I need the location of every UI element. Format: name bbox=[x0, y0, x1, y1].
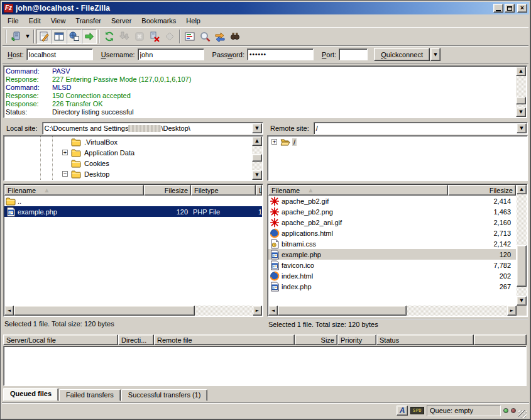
toggle-local-tree-button[interactable] bbox=[52, 29, 67, 44]
transfer-queue-body[interactable] bbox=[3, 346, 527, 386]
tab-failed-transfers[interactable]: Failed transfers bbox=[59, 389, 121, 401]
column-header-filesize[interactable]: Filesize bbox=[448, 185, 516, 196]
log-vertical-scrollbar[interactable]: ▲▼ bbox=[516, 67, 526, 117]
remote-list-vertical-scrollbar[interactable]: ▲▼ bbox=[517, 185, 527, 306]
file-row-apache-pb2-png[interactable]: apache_pb2.png1,463 bbox=[268, 206, 516, 217]
log-type-label: Command: bbox=[6, 84, 52, 92]
tab-successful-transfers-1-[interactable]: Successful transfers (1) bbox=[121, 389, 208, 401]
file-size-cell: 267 bbox=[448, 283, 516, 290]
toolbar-separator bbox=[33, 30, 35, 43]
speed-limits-icon[interactable]: SPD bbox=[410, 407, 424, 414]
directory-comparison-button[interactable] bbox=[197, 29, 212, 44]
resize-grip[interactable] bbox=[518, 410, 527, 418]
scroll-up-button[interactable]: ▲ bbox=[516, 67, 526, 76]
remote-list-horizontal-scrollbar[interactable]: ◄► bbox=[268, 306, 517, 316]
file-row--[interactable]: .. bbox=[4, 196, 262, 206]
maximize-button[interactable] bbox=[505, 4, 515, 13]
menu-transfer[interactable]: Transfer bbox=[70, 16, 106, 26]
process-queue-button[interactable] bbox=[117, 29, 132, 44]
close-button[interactable]: × bbox=[517, 4, 527, 13]
transfer-type-icon[interactable]: A bbox=[397, 406, 408, 416]
scroll-down-button[interactable]: ▼ bbox=[517, 296, 527, 306]
file-row-applications-html[interactable]: applications.html2,713 bbox=[268, 228, 516, 238]
file-row-apache-pb2-gif[interactable]: apache_pb2.gif2,414 bbox=[268, 196, 516, 206]
tree-expander[interactable]: − bbox=[62, 171, 68, 177]
refresh-button[interactable] bbox=[102, 29, 117, 44]
tree-item-label: Application Data bbox=[83, 149, 136, 157]
remote-site-combo[interactable]: / ▼ bbox=[314, 122, 528, 135]
menu-file[interactable]: File bbox=[3, 16, 24, 26]
file-row-favicon-ico[interactable]: favicon.ico7,782 bbox=[268, 260, 516, 270]
remote-site-dropdown-button[interactable]: ▼ bbox=[517, 123, 527, 133]
find-files-button[interactable] bbox=[227, 29, 243, 44]
queue-column-directi-[interactable]: Directi... bbox=[118, 334, 154, 345]
toggle-transfer-queue-button[interactable] bbox=[82, 29, 97, 44]
minimize-button[interactable] bbox=[493, 4, 503, 13]
host-input[interactable] bbox=[26, 48, 93, 60]
site-manager-dropdown[interactable]: ▼ bbox=[24, 29, 31, 44]
local-site-dropdown-button[interactable]: ▼ bbox=[252, 123, 262, 133]
local-tree-vertical-scrollbar[interactable]: ▲▼ bbox=[252, 136, 262, 180]
tree-expander[interactable]: + bbox=[62, 150, 68, 155]
queue-column-priority[interactable]: Priority bbox=[337, 334, 376, 345]
menu-edit[interactable]: Edit bbox=[24, 16, 46, 26]
tree-item--[interactable]: +/ bbox=[268, 136, 527, 147]
site-manager-button[interactable] bbox=[9, 29, 24, 44]
directory-listing-filters-button[interactable] bbox=[182, 29, 197, 44]
scroll-left-button[interactable]: ◄ bbox=[268, 306, 278, 316]
menu-help[interactable]: Help bbox=[181, 16, 205, 26]
scroll-thumb[interactable] bbox=[252, 154, 262, 162]
column-header-filetype[interactable]: Filetype bbox=[191, 185, 256, 196]
scroll-up-button[interactable]: ▲ bbox=[252, 136, 262, 146]
file-row-apache-pb2-ani-gif[interactable]: apache_pb2_ani.gif2,160 bbox=[268, 217, 516, 228]
queue-column-status[interactable]: Status bbox=[376, 334, 474, 345]
local-list-horizontal-scrollbar[interactable]: ◄► bbox=[4, 306, 262, 316]
menu-view[interactable]: View bbox=[46, 16, 71, 26]
quickconnect-dropdown-button[interactable]: ▼ bbox=[430, 48, 441, 61]
queue-column-remote-file[interactable]: Remote file bbox=[154, 334, 295, 345]
menu-bookmarks[interactable]: Bookmarks bbox=[136, 16, 181, 26]
disconnect-button[interactable] bbox=[147, 29, 162, 44]
username-input[interactable] bbox=[138, 48, 204, 60]
tree-item-desktop[interactable]: −Desktop bbox=[4, 169, 251, 179]
filezilla-window: Fz john@localhost - FileZilla × FileEdit… bbox=[0, 0, 531, 420]
scroll-thumb[interactable] bbox=[14, 306, 195, 316]
scroll-thumb[interactable] bbox=[278, 306, 407, 316]
menu-server[interactable]: Server bbox=[106, 16, 136, 26]
file-row-index-php[interactable]: index.php267 bbox=[268, 281, 516, 292]
local-file-list: Filename▲FilesizeFiletypeL ..example.php… bbox=[3, 184, 263, 317]
queue-column-size[interactable]: Size bbox=[295, 334, 337, 345]
file-row-index-html[interactable]: index.html202 bbox=[268, 270, 516, 281]
queue-column-server-local-file[interactable]: Server/Local file bbox=[3, 334, 118, 345]
column-header-filename[interactable]: Filename▲ bbox=[4, 185, 144, 196]
tab-queued-files[interactable]: Queued files bbox=[3, 388, 58, 401]
column-header-filesize[interactable]: Filesize bbox=[144, 185, 191, 196]
toggle-message-log-button[interactable] bbox=[36, 29, 52, 44]
file-row-example-php[interactable]: example.php120PHP File1 bbox=[4, 206, 262, 217]
tree-item--virtualbox[interactable]: .VirtualBox bbox=[4, 136, 251, 147]
column-header-l[interactable]: L bbox=[256, 185, 262, 196]
scroll-down-button[interactable]: ▼ bbox=[252, 170, 262, 180]
scroll-thumb[interactable] bbox=[517, 245, 527, 287]
cancel-operation-button[interactable] bbox=[132, 29, 147, 44]
reconnect-button[interactable] bbox=[162, 29, 177, 44]
synchronized-browsing-button[interactable] bbox=[212, 29, 227, 44]
tree-item-cookies[interactable]: Cookies bbox=[4, 158, 251, 169]
file-row-example-php[interactable]: example.php120 bbox=[268, 249, 516, 260]
quickconnect-button[interactable]: Quickconnect bbox=[374, 48, 430, 61]
scroll-thumb[interactable] bbox=[516, 97, 526, 104]
scroll-down-button[interactable]: ▼ bbox=[516, 108, 526, 117]
local-site-combo[interactable]: C:\Documents and Settings\Desktop\ ▼ bbox=[42, 122, 263, 135]
scroll-right-button[interactable]: ► bbox=[507, 306, 517, 316]
password-input[interactable] bbox=[247, 48, 314, 60]
scroll-left-button[interactable]: ◄ bbox=[4, 306, 14, 316]
tree-item-application-data[interactable]: +Application Data bbox=[4, 147, 251, 158]
scroll-up-button[interactable]: ▲ bbox=[517, 185, 527, 194]
tree-expander[interactable]: + bbox=[271, 139, 277, 145]
column-header-filename[interactable]: Filename▲ bbox=[268, 185, 448, 196]
scroll-right-button[interactable]: ► bbox=[253, 306, 262, 316]
port-input[interactable] bbox=[339, 48, 368, 60]
titlebar[interactable]: Fz john@localhost - FileZilla × bbox=[2, 2, 529, 14]
toggle-remote-tree-button[interactable] bbox=[67, 29, 82, 44]
file-row-bitnami-css[interactable]: bitnami.css2,142 bbox=[268, 238, 516, 249]
